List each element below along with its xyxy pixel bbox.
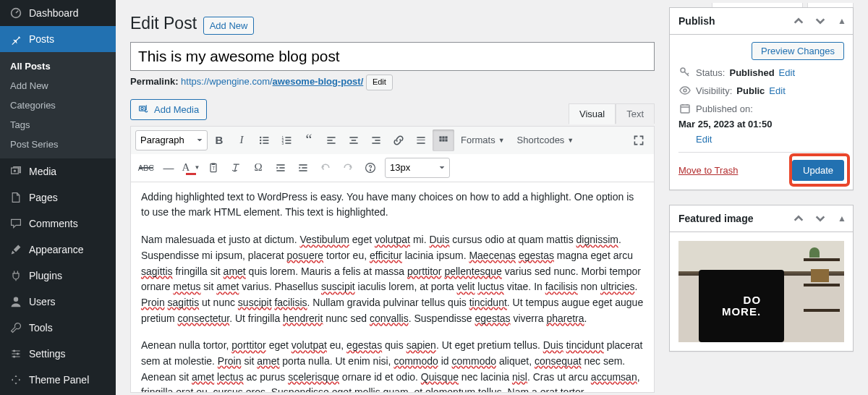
menu-label: Posts (29, 33, 54, 45)
move-down-button[interactable] (809, 205, 831, 232)
edit-permalink-button[interactable]: Edit (366, 75, 393, 90)
format-select[interactable]: Paragraph (135, 130, 208, 150)
add-media-button[interactable]: Add Media (130, 99, 207, 120)
submenu-all-posts[interactable]: All Posts (0, 56, 116, 76)
tab-visual[interactable]: Visual (569, 103, 616, 124)
svg-point-1 (14, 170, 16, 172)
align-left-button[interactable] (320, 129, 342, 151)
permalink-label: Permalink: (130, 76, 178, 87)
move-up-button[interactable] (788, 8, 809, 34)
menu-media[interactable]: Media (0, 158, 116, 184)
svg-rect-12 (263, 140, 268, 141)
menu-comments[interactable]: Comments (0, 211, 116, 237)
svg-rect-22 (327, 143, 335, 144)
svg-rect-11 (263, 137, 268, 138)
edit-date-link[interactable]: Edit (696, 134, 844, 145)
indent-button[interactable] (292, 157, 314, 179)
svg-rect-40 (212, 163, 216, 164)
post-title-input[interactable] (130, 42, 655, 71)
svg-rect-18 (285, 140, 291, 141)
permalink-base: https://wpengine.com/ (181, 76, 272, 87)
link-button[interactable] (388, 129, 409, 151)
toolbar-toggle-button[interactable] (433, 129, 454, 151)
menu-tools[interactable]: Tools (0, 315, 116, 341)
svg-rect-38 (445, 139, 447, 141)
blockquote-button[interactable]: “ (298, 129, 320, 151)
strikethrough-button[interactable]: ABC (135, 157, 157, 179)
submenu-tags[interactable]: Tags (0, 115, 116, 135)
menu-label: Users (29, 296, 56, 307)
menu-theme-panel[interactable]: Theme Panel (0, 367, 116, 393)
submenu-add-new[interactable]: Add New (0, 76, 116, 95)
svg-rect-24 (352, 140, 356, 141)
svg-rect-13 (263, 143, 268, 144)
add-new-button[interactable]: Add New (203, 17, 255, 35)
postbox-title: Featured image (678, 213, 753, 224)
menu-dashboard[interactable]: Dashboard (0, 0, 116, 26)
clear-format-button[interactable] (225, 157, 247, 179)
svg-rect-27 (375, 140, 380, 141)
bold-button[interactable]: B (208, 129, 230, 151)
text-color-button[interactable]: A▼ (180, 157, 202, 179)
submenu-posts: All Posts Add New Categories Tags Post S… (0, 52, 116, 158)
svg-rect-29 (417, 137, 425, 138)
align-right-button[interactable] (365, 129, 387, 151)
move-down-button[interactable] (809, 8, 831, 34)
italic-button[interactable]: I (231, 129, 252, 151)
hr-button[interactable]: — (158, 157, 179, 179)
key-icon (678, 67, 692, 78)
menu-users[interactable]: Users (0, 289, 116, 315)
redo-button[interactable] (337, 157, 359, 179)
special-char-button[interactable]: Ω (247, 157, 269, 179)
menu-label: Plugins (29, 270, 62, 281)
move-up-button[interactable] (788, 205, 809, 232)
align-center-button[interactable] (343, 129, 365, 151)
visibility-label: Visibility: (696, 85, 732, 96)
preview-changes-button[interactable]: Preview Changes (752, 42, 844, 60)
svg-rect-31 (417, 140, 425, 140)
editor-content[interactable]: Adding highlighted text to WordPress is … (131, 182, 654, 392)
number-list-button[interactable]: 123 (276, 129, 297, 151)
edit-visibility-link[interactable]: Edit (769, 85, 785, 96)
menu-appearance[interactable]: Appearance (0, 237, 116, 263)
undo-button[interactable] (315, 157, 336, 179)
menu-plugins[interactable]: Plugins (0, 263, 116, 289)
sliders-icon (9, 347, 23, 361)
fontsize-select[interactable]: 13px (385, 158, 450, 178)
shortcodes-dropdown[interactable]: Shortcodes▼ (511, 129, 580, 151)
svg-rect-21 (327, 140, 332, 141)
move-to-trash-link[interactable]: Move to Trash (678, 165, 738, 176)
paragraph: Adding highlighted text to WordPress is … (141, 190, 644, 221)
help-button[interactable] (359, 157, 381, 179)
svg-point-10 (260, 143, 261, 144)
update-button[interactable]: Update (792, 160, 844, 181)
fullscreen-button[interactable] (628, 129, 650, 151)
tab-text[interactable]: Text (616, 103, 655, 124)
permalink-link[interactable]: https://wpengine.com/awesome-blog-post/ (181, 76, 363, 87)
media-icon (9, 164, 23, 179)
postbox-title: Publish (678, 15, 715, 27)
paste-text-button[interactable]: T (203, 157, 224, 179)
paragraph: Aenean nulla tortor, porttitor eget volu… (141, 338, 644, 392)
toggle-button[interactable]: ▲ (831, 8, 853, 34)
menu-settings[interactable]: Settings (0, 341, 116, 367)
permalink-row: Permalink: https://wpengine.com/awesome-… (130, 75, 655, 90)
more-button[interactable] (410, 129, 432, 151)
menu-pages[interactable]: Pages (0, 184, 116, 211)
menu-posts[interactable]: Posts (0, 26, 116, 52)
submenu-post-series[interactable]: Post Series (0, 135, 116, 154)
edit-status-link[interactable]: Edit (779, 67, 795, 78)
bullet-list-button[interactable] (253, 129, 275, 151)
permalink-slug: awesome-blog-post/ (273, 76, 364, 87)
svg-point-7 (141, 107, 143, 109)
formats-dropdown[interactable]: Formats▼ (455, 129, 511, 151)
svg-point-2 (14, 297, 18, 302)
featured-image-thumbnail[interactable]: DOMORE. (678, 241, 844, 342)
menu-label: Media (29, 166, 56, 177)
status-value: Published (729, 67, 774, 78)
toggle-button[interactable]: ▲ (831, 205, 853, 232)
outdent-button[interactable] (270, 157, 292, 179)
svg-point-4 (17, 352, 19, 354)
submenu-categories[interactable]: Categories (0, 95, 116, 115)
menu-label: Theme Panel (29, 374, 89, 386)
